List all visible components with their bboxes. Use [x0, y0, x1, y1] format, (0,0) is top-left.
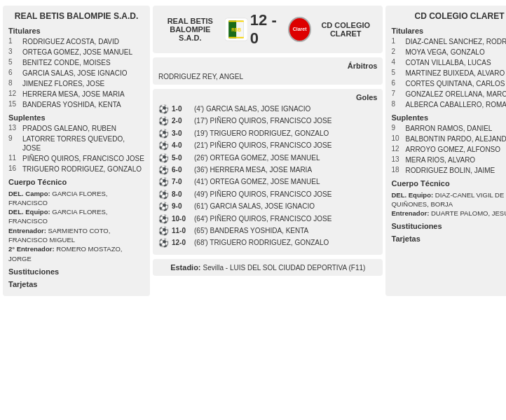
- gol-score: 9-0: [172, 202, 191, 211]
- gol-score: 11-0: [172, 226, 191, 235]
- match-score: 12 - 0: [250, 11, 285, 48]
- player-name: BENITEZ CONDE, MOISES: [22, 58, 111, 67]
- del-equipo: DEL. Equipo: DIAZ-CANEL VIGIL DE QUIÑONE…: [391, 190, 506, 209]
- soccer-ball-icon: ⚽: [158, 129, 169, 139]
- player-number: 9: [391, 124, 402, 132]
- entrenador: Entrenador: DUARTE PALOMO, JESUS: [391, 209, 506, 218]
- gol-description: (26') ORTEGA GOMEZ, JOSE MANUEL: [194, 153, 320, 162]
- player-number: 5: [8, 58, 20, 66]
- right-sustituciones-section: Sustituciones: [391, 222, 506, 230]
- list-item: 10BALBONTIN PARDO, ALEJANDRO: [391, 134, 506, 144]
- gol-score: 7-0: [172, 177, 191, 186]
- soccer-ball-icon: ⚽: [158, 190, 169, 200]
- gol-item: ⚽ 2-0 (17') PIÑERO QUIROS, FRANCISCO JOS…: [158, 116, 377, 126]
- right-cuerpo-tecnico: DEL. Equipo: DIAZ-CANEL VIGIL DE QUIÑONE…: [391, 190, 506, 218]
- gol-description: (61') GARCIA SALAS, JOSE IGNACIO: [194, 202, 315, 211]
- player-number: 7: [391, 90, 402, 97]
- player-number: 13: [391, 155, 402, 163]
- estadio-box: Estadio: Sevilla - LUIS DEL SOL CIUDAD D…: [153, 259, 383, 276]
- claret-logo-icon: Claret: [288, 17, 311, 42]
- player-name: GONZALEZ ORELLANA, MARCOS: [405, 90, 506, 99]
- gol-score: 10-0: [172, 214, 191, 223]
- gol-item: ⚽ 11-0 (65') BANDERAS YOSHIDA, KENTA: [158, 226, 377, 236]
- left-tarjetas-label: Tarjetas: [8, 280, 144, 288]
- soccer-ball-icon: ⚽: [158, 116, 169, 126]
- main-container: REAL BETIS BALOMPIE S.A.D. Titulares 1RO…: [0, 0, 506, 302]
- player-name: JIMENEZ FLORES, JOSE: [22, 79, 104, 88]
- soccer-ball-icon: ⚽: [158, 202, 169, 211]
- right-cuerpo-label: Cuerpo Técnico: [391, 179, 506, 188]
- list-item: 6CORTES QUINTANA, CARLOS: [391, 79, 506, 88]
- gol-description: (19') TRIGUERO RODRIGUEZ, GONZALO: [194, 129, 329, 138]
- gol-item: ⚽ 6-0 (36') HERRERA MESA, JOSE MARIA: [158, 165, 377, 175]
- arbitros-title: Árbitros: [158, 62, 377, 70]
- list-item: 3ORTEGA GOMEZ, JOSE MANUEL: [8, 48, 144, 57]
- player-name: ALBERCA CABALLERO, ROMAN: [405, 100, 506, 109]
- list-item: 6GARCIA SALAS, JOSE IGNACIO: [8, 69, 144, 78]
- left-titulares-list: 1RODRIGUEZ ACOSTA, DAVID3ORTEGA GOMEZ, J…: [8, 37, 144, 109]
- player-number: 8: [8, 79, 20, 87]
- gol-description: (64') PIÑERO QUIROS, FRANCISCO JOSE: [194, 214, 331, 223]
- gol-description: (41') ORTEGA GOMEZ, JOSE MANUEL: [194, 177, 320, 186]
- player-number: 4: [391, 58, 402, 66]
- del-equipo: DEL. Equipo: GARCIA FLORES, FRANCISCO: [8, 207, 144, 226]
- list-item: 11PIÑERO QUIROS, FRANCISCO JOSE: [8, 154, 144, 163]
- home-team-name: REAL BETIS BALOMPIE S.A.D.: [158, 17, 222, 42]
- gol-item: ⚽ 8-0 (49') PIÑERO QUIROS, FRANCISCO JOS…: [158, 190, 377, 200]
- soccer-ball-icon: ⚽: [158, 226, 169, 236]
- list-item: 18RODRIGUEZ BOLIN, JAIME: [391, 166, 506, 175]
- list-item: 16TRIGUERO RODRIGUEZ, GONZALO: [8, 164, 144, 174]
- player-number: 8: [391, 100, 402, 108]
- gol-description: (49') PIÑERO QUIROS, FRANCISCO JOSE: [194, 190, 331, 199]
- gol-score: 3-0: [172, 129, 191, 138]
- player-number: 9: [8, 134, 20, 142]
- del-campo: DEL. Campo: GARCIA FLORES, FRANCISCO: [8, 189, 144, 208]
- betis-logo-icon: RBB: [225, 17, 247, 42]
- list-item: 5BENITEZ CONDE, MOISES: [8, 58, 144, 67]
- player-name: GARCIA SALAS, JOSE IGNACIO: [22, 69, 128, 78]
- gol-score: 12-0: [172, 238, 191, 247]
- player-name: ARROYO GOMEZ, ALFONSO: [405, 145, 500, 154]
- player-name: BALBONTIN PARDO, ALEJANDRO: [405, 134, 506, 144]
- right-titulares-list: 1DIAZ-CANEL SANCHEZ, RODRIGO2MOYA VEGA, …: [391, 37, 506, 109]
- player-number: 6: [8, 69, 20, 76]
- soccer-ball-icon: ⚽: [158, 153, 169, 163]
- gol-item: ⚽ 4-0 (21') PIÑERO QUIROS, FRANCISCO JOS…: [158, 141, 377, 150]
- svg-rect-5: [228, 37, 244, 38]
- soccer-ball-icon: ⚽: [158, 238, 169, 248]
- gol-score: 6-0: [172, 165, 191, 174]
- right-team-title: CD COLEGIO CLARET: [391, 11, 506, 22]
- list-item: 1RODRIGUEZ ACOSTA, DAVID: [8, 37, 144, 46]
- player-number: 12: [8, 90, 20, 97]
- gol-description: (36') HERRERA MESA, JOSE MARIA: [194, 165, 312, 174]
- left-tarjetas-section: Tarjetas: [8, 280, 144, 288]
- list-item: 8ALBERCA CABALLERO, ROMAN: [391, 100, 506, 109]
- gol-score: 5-0: [172, 153, 191, 162]
- list-item: 4COTAN VILLALBA, LUCAS: [391, 58, 506, 67]
- player-name: BANDERAS YOSHIDA, KENTA: [22, 100, 121, 109]
- player-number: 1: [391, 37, 402, 45]
- left-team-title: REAL BETIS BALOMPIE S.A.D.: [8, 11, 144, 22]
- list-item: 15BANDERAS YOSHIDA, KENTA: [8, 100, 144, 109]
- list-item: 5MARTINEZ BUIXEDA, ALVARO: [391, 69, 506, 78]
- soccer-ball-icon: ⚽: [158, 214, 169, 224]
- soccer-ball-icon: ⚽: [158, 165, 169, 175]
- list-item: 8JIMENEZ FLORES, JOSE: [8, 79, 144, 88]
- gol-item: ⚽ 5-0 (26') ORTEGA GOMEZ, JOSE MANUEL: [158, 153, 377, 163]
- goles-title: Goles: [158, 93, 377, 102]
- gol-item: ⚽ 1-0 (4') GARCIA SALAS, JOSE IGNACIO: [158, 104, 377, 114]
- entrenador2: 2° Entrenador: ROMERO MOSTAZO, JORGE: [8, 244, 144, 263]
- list-item: 2MOYA VEGA, GONZALO: [391, 48, 506, 57]
- player-number: 10: [391, 134, 402, 142]
- player-name: DIAZ-CANEL SANCHEZ, RODRIGO: [405, 37, 506, 46]
- svg-rect-4: [228, 20, 244, 22]
- right-tarjetas-section: Tarjetas: [391, 234, 506, 243]
- player-number: 1: [8, 37, 20, 45]
- gol-item: ⚽ 12-0 (68') TRIGUERO RODRIGUEZ, GONZALO: [158, 238, 377, 248]
- right-tarjetas-label: Tarjetas: [391, 234, 506, 243]
- soccer-ball-icon: ⚽: [158, 141, 169, 150]
- left-cuerpo-label: Cuerpo Técnico: [8, 178, 144, 186]
- player-number: 16: [8, 164, 20, 172]
- gol-item: ⚽ 7-0 (41') ORTEGA GOMEZ, JOSE MANUEL: [158, 177, 377, 187]
- list-item: 12HERRERA MESA, JOSE MARIA: [8, 90, 144, 99]
